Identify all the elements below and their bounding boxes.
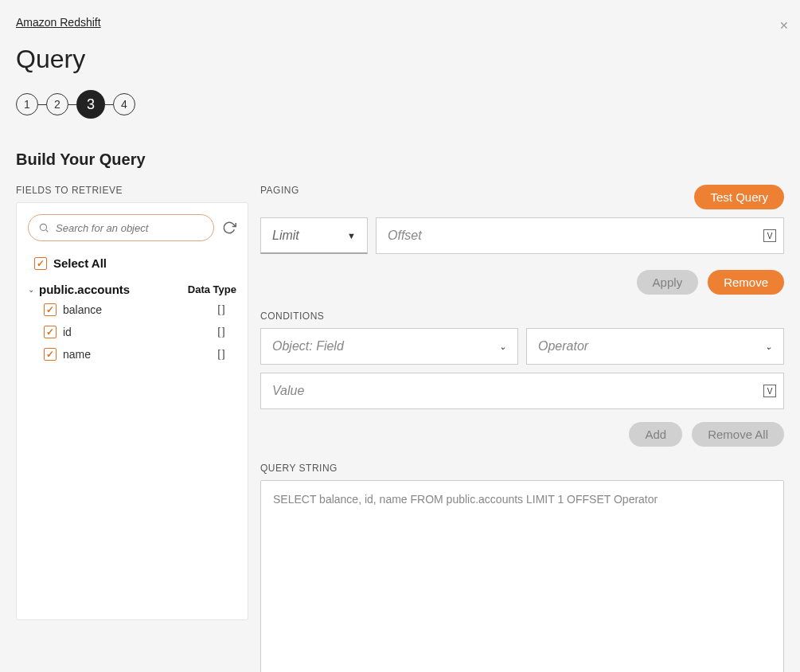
step-connector	[105, 104, 113, 105]
query-string-label: QUERY STRING	[260, 463, 784, 474]
remove-button[interactable]: Remove	[708, 270, 784, 295]
step-2[interactable]: 2	[46, 93, 68, 115]
datatype-header: Data Type	[188, 283, 236, 295]
step-1[interactable]: 1	[16, 93, 38, 115]
field-row: id []	[28, 321, 236, 343]
field-checkbox-id[interactable]	[44, 326, 57, 338]
field-checkbox-name[interactable]	[44, 348, 57, 361]
chevron-down-icon[interactable]: ⌄	[28, 285, 34, 294]
field-name: balance	[63, 303, 206, 316]
page-title: Query	[16, 45, 784, 74]
chevron-down-icon: ▼	[347, 231, 356, 240]
field-type: []	[206, 348, 236, 361]
breadcrumb-link[interactable]: Amazon Redshift	[16, 16, 784, 29]
offset-input[interactable]	[376, 217, 784, 254]
field-name: name	[63, 348, 206, 361]
field-checkbox-balance[interactable]	[44, 303, 57, 316]
limit-placeholder: Limit	[272, 229, 299, 243]
svg-point-0	[40, 224, 46, 230]
operator-placeholder: Operator	[538, 339, 588, 354]
fields-panel: Select All ⌄ public.accounts Data Type b…	[16, 202, 248, 620]
conditions-label: CONDITIONS	[260, 311, 784, 322]
object-field-placeholder: Object: Field	[272, 339, 344, 354]
select-all-checkbox[interactable]	[34, 257, 47, 270]
object-field-select[interactable]: Object: Field ⌄	[260, 328, 518, 365]
select-all-label: Select All	[53, 256, 107, 270]
step-3[interactable]: 3	[76, 90, 105, 119]
operator-select[interactable]: Operator ⌄	[526, 328, 784, 365]
query-string-box[interactable]: SELECT balance, id, name FROM public.acc…	[260, 480, 784, 672]
limit-select[interactable]: Limit ▼	[260, 217, 368, 254]
close-icon[interactable]: ✕	[779, 19, 789, 32]
chevron-down-icon: ⌄	[499, 342, 506, 352]
search-input[interactable]	[56, 222, 204, 234]
field-name: id	[63, 326, 206, 338]
refresh-icon[interactable]	[222, 221, 236, 235]
value-input[interactable]	[260, 373, 784, 409]
field-row: name []	[28, 343, 236, 365]
field-row: balance []	[28, 299, 236, 321]
search-icon	[38, 222, 49, 233]
paging-label: PAGING	[260, 185, 299, 196]
step-connector	[38, 104, 46, 105]
variable-icon[interactable]: V	[763, 229, 776, 242]
apply-button[interactable]: Apply	[637, 270, 699, 295]
remove-all-button[interactable]: Remove All	[692, 422, 784, 447]
field-type: []	[206, 303, 236, 316]
field-type: []	[206, 326, 236, 338]
test-query-button[interactable]: Test Query	[694, 185, 784, 209]
step-4[interactable]: 4	[113, 93, 135, 115]
search-wrapper[interactable]	[28, 214, 214, 241]
add-button[interactable]: Add	[629, 422, 682, 447]
fields-label: FIELDS TO RETRIEVE	[16, 185, 248, 196]
section-title: Build Your Query	[16, 150, 784, 169]
chevron-down-icon: ⌄	[765, 342, 772, 352]
stepper: 1 2 3 4	[16, 90, 784, 119]
variable-icon[interactable]: V	[763, 385, 776, 397]
table-name: public.accounts	[39, 283, 130, 296]
step-connector	[68, 104, 76, 105]
svg-line-1	[46, 230, 49, 232]
